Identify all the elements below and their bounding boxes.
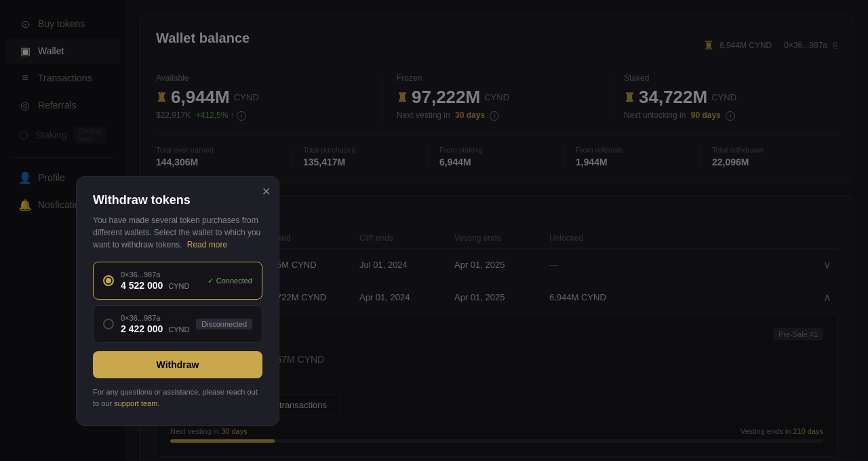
- frozen-info-icon[interactable]: i: [490, 111, 499, 121]
- sidebar-item-referrals[interactable]: ◎ Referrals: [5, 92, 120, 118]
- wallet-balance-title: Wallet balance: [156, 31, 250, 46]
- stat-withdrawn-value: 22,096M: [712, 157, 827, 167]
- wallet-2-status: Disconnected: [196, 319, 252, 329]
- table-row[interactable]: Pre-Sale #2 26,042M CYND Apr 01, 2024 Ap…: [156, 458, 837, 461]
- transactions-icon: ≡: [19, 72, 31, 84]
- cynd-symbol-icon: ♜: [703, 38, 714, 53]
- modal-title: Withdraw tokens: [93, 193, 262, 207]
- wallet-header: Wallet balance ♜ 6,944M CYND 0×36...987a…: [156, 31, 837, 60]
- modal-withdraw-button[interactable]: Withdraw: [93, 351, 262, 378]
- presale-badge: Pre-Sale #1: [773, 328, 823, 340]
- wallet-address-short: 0×36...987a: [784, 41, 827, 50]
- collapse-row-btn[interactable]: ∧: [817, 291, 837, 304]
- staked-amount: ♜ 34,722M CYND: [624, 87, 824, 108]
- available-usd: $22,917K: [156, 111, 191, 120]
- stat-withdrawn: Total withdrawn 22,096M: [701, 146, 837, 167]
- available-amount-value: 6,944M: [171, 87, 230, 108]
- row-unlocked: 6,944M CYND: [549, 292, 817, 302]
- wallet-1-currency: CYND: [168, 282, 189, 290]
- cynd-icon-frozen: ♜: [397, 90, 408, 105]
- referrals-icon: ◎: [19, 99, 31, 111]
- wallet-radio-1[interactable]: [103, 275, 114, 286]
- vesting-info: Next vesting in 30 days Vesting ends in …: [170, 427, 823, 435]
- frozen-balance-col: Frozen ♜ 97,222M CYND Next vesting in 30…: [383, 73, 610, 121]
- staked-unlock-text: Next unlocking in: [624, 111, 686, 120]
- sidebar-item-transactions[interactable]: ≡ Transactions: [5, 65, 120, 91]
- copy-address-icon[interactable]: ⎘: [833, 41, 837, 50]
- staked-balance-col: Staked ♜ 34,722M CYND Next unlocking in …: [610, 73, 837, 121]
- sidebar-item-wallet[interactable]: ▣ Wallet: [5, 38, 120, 64]
- stat-withdrawn-label: Total withdrawn: [712, 146, 827, 154]
- available-info-icon[interactable]: i: [237, 111, 246, 121]
- row-unlocked: —: [549, 260, 817, 270]
- available-currency: CYND: [234, 92, 259, 102]
- stat-purchased-value: 135,417M: [303, 157, 417, 167]
- wallet-2-amount: 2 422 000 CYND: [121, 323, 189, 334]
- sidebar-item-label: Wallet: [38, 45, 64, 56]
- sidebar-item-staking[interactable]: ⬡ Staking Coming soon: [5, 119, 120, 151]
- available-balance-col: Available ♜ 6,944M CYND $22,917K +412,5%…: [156, 73, 383, 121]
- frozen-amount: ♜ 97,222M CYND: [397, 87, 596, 108]
- wallet-balance-grid: Available ♜ 6,944M CYND $22,917K +412,5%…: [156, 73, 837, 121]
- modal-close-button[interactable]: ✕: [262, 185, 271, 198]
- vesting-next-days: 30 days: [221, 427, 248, 435]
- sidebar-item-label: Staking: [35, 129, 67, 140]
- staking-icon: ⬡: [19, 129, 28, 141]
- row-vesting: Apr 01, 2025: [454, 292, 549, 302]
- staked-currency: CYND: [711, 92, 736, 102]
- col-vesting: Vesting ends: [454, 233, 549, 243]
- col-unlocked: Unlocked: [549, 233, 817, 243]
- col-cliff: Cliff ends: [359, 233, 454, 243]
- frozen-currency: CYND: [484, 92, 509, 102]
- frozen-label: Frozen: [397, 73, 596, 83]
- stat-earned-value: 144,306M: [156, 157, 281, 167]
- notifications-icon: 🔔: [19, 199, 31, 211]
- expand-row-btn[interactable]: ∨: [817, 258, 837, 271]
- stat-referrals-value: 1,944M: [576, 157, 690, 167]
- stat-referrals: From referrals 1,944M: [565, 146, 701, 167]
- row-vesting: Apr 01, 2025: [454, 260, 549, 270]
- staked-info-icon[interactable]: i: [726, 111, 735, 121]
- sidebar-item-buy-tokens[interactable]: ⊙ Buy tokens: [5, 11, 120, 37]
- wallet-option-1-info: 0×36...987a 4 522 000 CYND: [121, 270, 201, 291]
- available-amount: ♜ 6,944M CYND: [156, 87, 369, 108]
- wallet-option-2[interactable]: 0×36...987a 2 422 000 CYND Disconnected: [93, 305, 262, 343]
- row-cliff: Jul 01, 2024: [359, 260, 454, 270]
- sidebar-item-label: Transactions: [38, 73, 92, 83]
- wallet-address-area: ♜ 6,944M CYND 0×36...987a ⎘: [703, 38, 837, 53]
- available-label: Available: [156, 73, 369, 83]
- sidebar-item-label: Buy tokens: [38, 18, 85, 29]
- support-link[interactable]: support team.: [114, 399, 159, 407]
- wallet-stats: Total ever earned 144,306M Total purchas…: [156, 134, 837, 167]
- withdraw-modal: ✕ Withdraw tokens You have made several …: [76, 176, 279, 426]
- vesting-ends-days: 210 days: [793, 427, 823, 435]
- cynd-icon-staked: ♜: [624, 90, 635, 105]
- stat-staking: From staking 6,944M: [429, 146, 565, 167]
- vesting-progress-bar: [170, 439, 823, 443]
- wallet-1-address: 0×36...987a: [121, 270, 201, 279]
- staked-label: Staked: [624, 73, 824, 83]
- stat-purchased-label: Total purchased: [303, 146, 417, 154]
- frozen-vesting-text: Next vesting in: [397, 111, 450, 120]
- wallet-icon: ▣: [19, 45, 31, 57]
- sidebar-divider: [11, 157, 115, 158]
- sidebar-item-label: Referrals: [38, 100, 77, 111]
- stat-staking-value: 6,944M: [439, 157, 553, 167]
- wallet-2-currency: CYND: [168, 325, 189, 334]
- wallet-option-2-info: 0×36...987a 2 422 000 CYND: [121, 314, 189, 334]
- row-cliff: Apr 01, 2024: [359, 292, 454, 302]
- wallet-radio-2[interactable]: [103, 319, 114, 329]
- available-change: +412,5%: [196, 111, 229, 120]
- read-more-link[interactable]: Read more: [187, 240, 227, 249]
- coming-soon-badge: Coming soon: [74, 126, 106, 144]
- frozen-amount-value: 97,222M: [412, 87, 480, 108]
- stat-referrals-label: From referrals: [576, 146, 690, 154]
- staked-sub: Next unlocking in 90 days i: [624, 111, 824, 121]
- buy-tokens-icon: ⊙: [19, 18, 31, 30]
- cynd-icon-available: ♜: [156, 90, 167, 105]
- profile-icon: 👤: [19, 172, 31, 184]
- frozen-sub: Next vesting in 30 days i: [397, 111, 596, 121]
- stat-earned-label: Total ever earned: [156, 146, 281, 154]
- wallet-balance-card: Wallet balance ♜ 6,944M CYND 0×36...987a…: [139, 14, 854, 184]
- wallet-option-1[interactable]: 0×36...987a 4 522 000 CYND ✓ Connected: [93, 262, 262, 300]
